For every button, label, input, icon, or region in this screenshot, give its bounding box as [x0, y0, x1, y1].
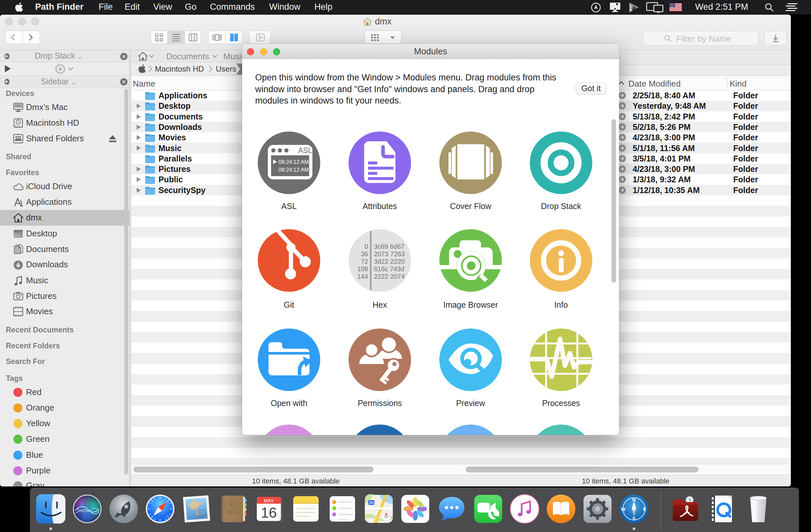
svg-text:MAY: MAY	[264, 498, 274, 503]
svg-text:E: E	[643, 506, 646, 512]
svg-text:3c69 6d67: 3c69 6d67	[374, 243, 404, 250]
svg-text:16: 16	[261, 505, 277, 521]
svg-text:144: 144	[357, 273, 368, 280]
svg-text:2222 2074: 2222 2074	[374, 273, 405, 280]
svg-text:0: 0	[365, 243, 368, 250]
svg-text:108: 108	[357, 265, 368, 273]
svg-text:616c 743d: 616c 743d	[374, 265, 404, 273]
svg-text:08:24:12 AM: 08:24:12 AM	[279, 159, 309, 165]
svg-text:ASL: ASL	[298, 146, 312, 155]
svg-text:W: W	[621, 506, 626, 512]
svg-text:36: 36	[361, 250, 368, 258]
svg-text:280: 280	[369, 501, 374, 505]
svg-text:72: 72	[361, 258, 368, 265]
svg-text:2073 7263: 2073 7263	[374, 250, 405, 258]
svg-text:3D: 3D	[384, 515, 388, 518]
svg-text:3d22 2220: 3d22 2220	[374, 258, 405, 265]
svg-text:08:24:12 AM: 08:24:12 AM	[279, 167, 309, 172]
